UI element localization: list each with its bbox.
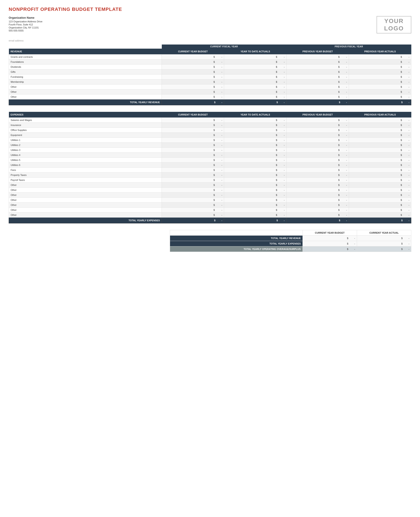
expenses-item-pya[interactable]: $ -	[349, 168, 411, 173]
expenses-item-pyb[interactable]: $ -	[286, 193, 349, 198]
expenses-item-pyb[interactable]: $ -	[286, 202, 349, 208]
expenses-item-ytd[interactable]: $ -	[224, 163, 286, 168]
expenses-item-ytd[interactable]: $ -	[224, 138, 286, 143]
expenses-item-pyb[interactable]: $ -	[286, 138, 349, 143]
expenses-item-cyb[interactable]: $ -	[162, 133, 224, 138]
revenue-item-pya[interactable]: $ -	[349, 90, 411, 94]
expenses-item-ytd[interactable]: $ -	[224, 198, 286, 202]
expenses-item-ytd[interactable]: $ -	[224, 208, 286, 213]
expenses-item-pya[interactable]: $ -	[349, 158, 411, 163]
revenue-item-pya[interactable]: $ -	[349, 94, 411, 99]
revenue-item-ytd[interactable]: $ -	[224, 75, 286, 79]
revenue-item-cyb[interactable]: $ -	[162, 69, 224, 75]
expenses-item-cyb[interactable]: $ -	[162, 128, 224, 133]
expenses-item-pyb[interactable]: $ -	[286, 198, 349, 202]
revenue-item-pya[interactable]: $ -	[349, 65, 411, 69]
revenue-item-ytd[interactable]: $ -	[224, 79, 286, 84]
expenses-item-cyb[interactable]: $ -	[162, 173, 224, 178]
revenue-item-pyb[interactable]: $ -	[286, 90, 349, 94]
revenue-item-ytd[interactable]: $ -	[224, 65, 286, 69]
revenue-item-cyb[interactable]: $ -	[162, 79, 224, 84]
expenses-item-cyb[interactable]: $ -	[162, 153, 224, 158]
expenses-item-ytd[interactable]: $ -	[224, 143, 286, 148]
revenue-item-pyb[interactable]: $ -	[286, 69, 349, 75]
expenses-item-pyb[interactable]: $ -	[286, 148, 349, 153]
expenses-item-pyb[interactable]: $ -	[286, 143, 349, 148]
expenses-item-cyb[interactable]: $ -	[162, 143, 224, 148]
revenue-item-cyb[interactable]: $ -	[162, 90, 224, 94]
revenue-item-pyb[interactable]: $ -	[286, 94, 349, 99]
expenses-item-ytd[interactable]: $ -	[224, 123, 286, 128]
expenses-item-ytd[interactable]: $ -	[224, 153, 286, 158]
expenses-item-pyb[interactable]: $ -	[286, 183, 349, 187]
expenses-item-ytd[interactable]: $ -	[224, 133, 286, 138]
revenue-item-ytd[interactable]: $ -	[224, 90, 286, 94]
expenses-item-pyb[interactable]: $ -	[286, 163, 349, 168]
expenses-item-ytd[interactable]: $ -	[224, 213, 286, 217]
expenses-item-ytd[interactable]: $ -	[224, 193, 286, 198]
expenses-item-pyb[interactable]: $ -	[286, 173, 349, 178]
revenue-item-cyb[interactable]: $ -	[162, 75, 224, 79]
expenses-item-pya[interactable]: $ -	[349, 193, 411, 198]
expenses-item-cyb[interactable]: $ -	[162, 213, 224, 217]
revenue-item-cyb[interactable]: $ -	[162, 65, 224, 69]
expenses-item-cyb[interactable]: $ -	[162, 198, 224, 202]
expenses-item-pyb[interactable]: $ -	[286, 213, 349, 217]
expenses-item-ytd[interactable]: $ -	[224, 173, 286, 178]
revenue-item-pya[interactable]: $ -	[349, 79, 411, 84]
expenses-item-pya[interactable]: $ -	[349, 183, 411, 187]
expenses-item-pya[interactable]: $ -	[349, 118, 411, 123]
revenue-item-pyb[interactable]: $ -	[286, 84, 349, 90]
expenses-item-pya[interactable]: $ -	[349, 153, 411, 158]
expenses-item-cyb[interactable]: $ -	[162, 187, 224, 193]
expenses-item-pyb[interactable]: $ -	[286, 187, 349, 193]
expenses-item-ytd[interactable]: $ -	[224, 178, 286, 183]
expenses-item-pya[interactable]: $ -	[349, 178, 411, 183]
revenue-item-pyb[interactable]: $ -	[286, 65, 349, 69]
expenses-item-pya[interactable]: $ -	[349, 213, 411, 217]
expenses-item-ytd[interactable]: $ -	[224, 118, 286, 123]
expenses-item-ytd[interactable]: $ -	[224, 183, 286, 187]
revenue-item-pya[interactable]: $ -	[349, 75, 411, 79]
expenses-item-pyb[interactable]: $ -	[286, 123, 349, 128]
expenses-item-pyb[interactable]: $ -	[286, 158, 349, 163]
expenses-item-cyb[interactable]: $ -	[162, 148, 224, 153]
revenue-item-pya[interactable]: $ -	[349, 69, 411, 75]
expenses-item-pya[interactable]: $ -	[349, 123, 411, 128]
expenses-item-cyb[interactable]: $ -	[162, 158, 224, 163]
revenue-item-pyb[interactable]: $ -	[286, 54, 349, 60]
expenses-item-cyb[interactable]: $ -	[162, 178, 224, 183]
expenses-item-ytd[interactable]: $ -	[224, 187, 286, 193]
expenses-item-ytd[interactable]: $ -	[224, 168, 286, 173]
revenue-item-ytd[interactable]: $ -	[224, 94, 286, 99]
expenses-item-cyb[interactable]: $ -	[162, 202, 224, 208]
expenses-item-pya[interactable]: $ -	[349, 202, 411, 208]
expenses-item-pya[interactable]: $ -	[349, 208, 411, 213]
expenses-item-cyb[interactable]: $ -	[162, 208, 224, 213]
expenses-item-ytd[interactable]: $ -	[224, 148, 286, 153]
revenue-item-cyb[interactable]: $ -	[162, 94, 224, 99]
expenses-item-cyb[interactable]: $ -	[162, 163, 224, 168]
expenses-item-pya[interactable]: $ -	[349, 173, 411, 178]
revenue-item-cyb[interactable]: $ -	[162, 84, 224, 90]
expenses-item-pya[interactable]: $ -	[349, 163, 411, 168]
revenue-item-cyb[interactable]: $ -	[162, 54, 224, 60]
expenses-item-pyb[interactable]: $ -	[286, 153, 349, 158]
revenue-item-pyb[interactable]: $ -	[286, 60, 349, 65]
revenue-item-ytd[interactable]: $ -	[224, 54, 286, 60]
revenue-item-ytd[interactable]: $ -	[224, 69, 286, 75]
expenses-item-cyb[interactable]: $ -	[162, 183, 224, 187]
expenses-item-cyb[interactable]: $ -	[162, 118, 224, 123]
revenue-item-pyb[interactable]: $ -	[286, 79, 349, 84]
expenses-item-cyb[interactable]: $ -	[162, 138, 224, 143]
expenses-item-pya[interactable]: $ -	[349, 187, 411, 193]
expenses-item-ytd[interactable]: $ -	[224, 128, 286, 133]
revenue-item-ytd[interactable]: $ -	[224, 60, 286, 65]
revenue-item-ytd[interactable]: $ -	[224, 84, 286, 90]
expenses-item-pya[interactable]: $ -	[349, 128, 411, 133]
revenue-item-cyb[interactable]: $ -	[162, 60, 224, 65]
expenses-item-cyb[interactable]: $ -	[162, 123, 224, 128]
revenue-item-pya[interactable]: $ -	[349, 84, 411, 90]
expenses-item-pyb[interactable]: $ -	[286, 208, 349, 213]
expenses-item-pyb[interactable]: $ -	[286, 133, 349, 138]
